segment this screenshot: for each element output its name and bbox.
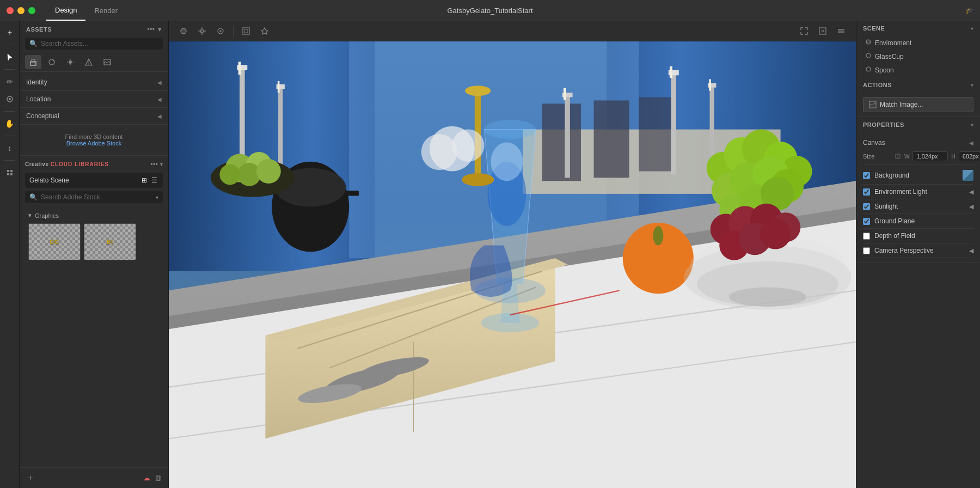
toolbar-orbit-tool[interactable] <box>175 23 192 39</box>
toolbar-sample-tool[interactable] <box>2 91 17 107</box>
ground-plane-checkbox[interactable] <box>863 218 870 225</box>
size-row: Size W H <box>863 149 973 164</box>
conceptual-label: Conceptual <box>26 112 59 120</box>
toolbar-pan-tool[interactable]: ✋ <box>2 116 17 131</box>
assets-panel-header: Assets ••• ▾ <box>20 21 168 38</box>
width-input[interactable] <box>912 151 948 161</box>
toolbar-export-button[interactable] <box>814 23 831 39</box>
svg-point-78 <box>219 164 240 185</box>
sunlight-expand[interactable]: ◀ <box>969 203 973 210</box>
toolbar-frame-tool[interactable] <box>238 23 254 39</box>
adobe-stock-input[interactable] <box>41 193 152 201</box>
toolbar-select-tool[interactable] <box>2 50 17 65</box>
graphics-arrow: ▾ <box>28 212 32 219</box>
assets-search-input[interactable] <box>41 40 158 47</box>
spoon-lock[interactable]: 🔒 <box>966 66 973 74</box>
depth-of-field-checkbox[interactable] <box>863 233 870 240</box>
graphic-thumb-1[interactable]: GG <box>28 223 81 260</box>
tab-render[interactable]: Render <box>85 0 126 21</box>
graphics-header[interactable]: ▾ Graphics <box>25 210 163 221</box>
scene-collapse-arrow: ▾ <box>971 26 973 32</box>
asset-type-lighting[interactable] <box>62 55 78 69</box>
graphics-section: ▾ Graphics GG BI <box>25 208 163 265</box>
canvas-area[interactable] <box>169 41 856 488</box>
find-more-text: Find more 3D content <box>26 133 162 140</box>
browse-stock-link[interactable]: Browse Adobe Stock <box>66 140 122 147</box>
toolbar-add-button[interactable]: ＋ <box>2 25 17 40</box>
asset-type-environment[interactable] <box>81 55 97 69</box>
assets-more-button[interactable]: ••• <box>147 25 155 33</box>
search-icon: 🔍 <box>29 40 38 47</box>
actions-header[interactable]: ACTIONS ▾ <box>856 77 980 93</box>
close-button[interactable] <box>7 7 14 14</box>
svg-point-9 <box>69 60 72 64</box>
sunlight-checkbox[interactable] <box>863 203 870 210</box>
canvas-subsection-header[interactable]: Canvas ◀ <box>863 137 973 149</box>
accordion-conceptual-header[interactable]: Conceptual ◀ <box>20 108 168 124</box>
scene-section: SCENE ▾ Environment GlassCup 👁 🔒 <box>856 21 980 77</box>
assets-panel-title: Assets <box>26 26 144 33</box>
cc-libraries-section: Creative CLOUD LIBRARIES ••• ▾ Gelato Sc… <box>20 155 168 269</box>
cc-libraries-header: Creative CLOUD LIBRARIES ••• ▾ <box>25 160 163 168</box>
glasscup-lock[interactable]: 🔒 <box>966 53 973 60</box>
assets-collapse-button[interactable]: ▾ <box>158 25 162 33</box>
height-input[interactable] <box>959 151 980 161</box>
asset-type-3d[interactable] <box>25 55 41 69</box>
toolbar-settings-button[interactable] <box>833 23 849 39</box>
camera-perspective-expand[interactable]: ◀ <box>969 247 973 254</box>
list-view-button[interactable]: ☰ <box>150 175 158 185</box>
maximize-button[interactable] <box>28 7 35 14</box>
glasscup-visibility[interactable]: 👁 <box>958 53 964 60</box>
actions-content: Match Image... <box>856 93 980 117</box>
toolbar-fullscreen-button[interactable] <box>796 23 812 39</box>
accordion-location-header[interactable]: Location ◀ <box>20 91 168 107</box>
svg-rect-62 <box>277 84 285 89</box>
cc-library-name: Gelato Scene <box>29 176 135 184</box>
camera-perspective-checkbox[interactable] <box>863 247 870 254</box>
svg-point-77 <box>256 159 281 184</box>
canvas-label: Canvas <box>863 139 885 147</box>
spoon-visibility[interactable]: 👁 <box>958 66 964 74</box>
match-image-button[interactable]: Match Image... <box>863 97 973 112</box>
asset-type-images[interactable] <box>99 55 115 69</box>
graphic-thumb-2[interactable]: BI <box>84 223 136 260</box>
toolbar-pen-tool[interactable]: ✏ <box>2 74 17 89</box>
top-toolbar <box>169 21 856 41</box>
match-image-icon <box>869 101 877 108</box>
toolbar-dolly-tool[interactable] <box>212 23 229 39</box>
scene-section-header[interactable]: SCENE ▾ <box>856 21 980 36</box>
panel-header-actions: ••• ▾ <box>147 25 162 33</box>
scene-item-environment[interactable]: Environment <box>856 36 980 50</box>
delete-library-button[interactable]: 🗑 <box>155 474 162 482</box>
environment-light-checkbox[interactable] <box>863 188 870 196</box>
svg-rect-63 <box>278 81 280 93</box>
toolbar-pan-tool[interactable] <box>194 23 210 39</box>
toolbar-move-tool[interactable]: ↕ <box>2 141 17 156</box>
minimize-button[interactable] <box>17 7 24 14</box>
scene-item-glasscup[interactable]: GlassCup 👁 🔒 <box>856 50 980 63</box>
cc-search-expand[interactable]: ▾ <box>156 194 158 200</box>
properties-header[interactable]: PROPERTIES ▾ <box>856 117 980 132</box>
toolbar-effects-tool[interactable] <box>256 23 273 39</box>
thumb2-label: BI <box>107 239 113 245</box>
cc-view-buttons: ⊞ ☰ <box>140 175 158 185</box>
tab-design[interactable]: Design <box>46 0 85 21</box>
cc-library-dropdown[interactable]: Gelato Scene ⊞ ☰ <box>25 173 163 188</box>
svg-point-122 <box>866 40 871 44</box>
background-checkbox[interactable] <box>863 172 870 179</box>
asset-type-materials[interactable] <box>44 55 60 69</box>
cc-libraries-more[interactable]: ••• <box>150 160 158 168</box>
environment-label: Environment <box>875 39 911 47</box>
canvas-arrow: ◀ <box>969 140 973 146</box>
add-library-button[interactable]: ＋ <box>26 472 35 484</box>
environment-light-expand[interactable]: ◀ <box>969 188 973 196</box>
svg-rect-27 <box>244 29 248 33</box>
toolbar-scene-tool[interactable] <box>2 165 17 180</box>
scene-item-spoon[interactable]: Spoon 👁 🔒 <box>856 63 980 77</box>
sunlight-label: Sunlight <box>874 203 965 210</box>
grid-view-button[interactable]: ⊞ <box>140 175 148 185</box>
accordion-identity-header[interactable]: Identity ◀ <box>20 74 168 90</box>
cc-libraries-collapse[interactable]: ▾ <box>160 161 163 167</box>
background-thumbnail[interactable] <box>963 170 973 181</box>
svg-point-112 <box>465 86 491 96</box>
